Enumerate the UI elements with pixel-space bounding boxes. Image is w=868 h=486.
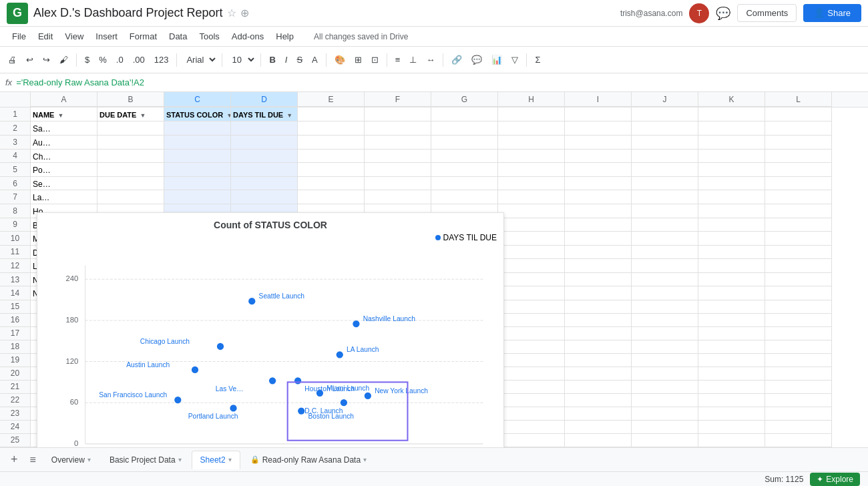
- cell-d5[interactable]: [231, 163, 298, 177]
- col-header-c[interactable]: C: [164, 92, 231, 107]
- menu-addons[interactable]: Add-ons: [226, 29, 269, 44]
- cell-i2[interactable]: [565, 121, 632, 136]
- menu-insert[interactable]: Insert: [90, 29, 123, 44]
- cell-i12[interactable]: [565, 259, 632, 273]
- explore-button[interactable]: ✦ Explore: [810, 473, 860, 486]
- cell-b7[interactable]: [97, 190, 164, 204]
- cell-l2[interactable]: [765, 121, 832, 136]
- cell-d7[interactable]: [231, 190, 298, 204]
- bold-button[interactable]: B: [265, 52, 279, 67]
- filter-button[interactable]: ▽: [507, 52, 522, 67]
- cell-i9[interactable]: [565, 218, 632, 232]
- cell-g7[interactable]: [431, 190, 498, 204]
- cell-c6[interactable]: [164, 177, 231, 191]
- chart-button[interactable]: 📊: [487, 52, 506, 67]
- cell-k1[interactable]: [698, 107, 765, 121]
- menu-help[interactable]: Help: [270, 29, 299, 44]
- tab-basic-project-data[interactable]: Basic Project Data ▾: [101, 451, 190, 469]
- cell-b5[interactable]: [97, 163, 164, 177]
- cell-i6[interactable]: [565, 177, 632, 191]
- cell-l5[interactable]: [765, 163, 832, 177]
- cell-d1[interactable]: DAYS TIL DUE ▼: [231, 107, 298, 121]
- cell-a7[interactable]: La…: [31, 190, 97, 204]
- link-button[interactable]: 🔗: [447, 52, 466, 67]
- cell-a2[interactable]: Sa…: [31, 121, 97, 136]
- cell-i4[interactable]: [565, 150, 632, 164]
- paint-format-button[interactable]: 🖌: [55, 52, 72, 67]
- row-num[interactable]: 9: [0, 218, 31, 232]
- star-icon[interactable]: ☆: [227, 7, 236, 19]
- cell-k10[interactable]: [698, 232, 765, 246]
- cell-j2[interactable]: [632, 121, 698, 136]
- cell-e3[interactable]: [298, 136, 365, 150]
- cell-l1[interactable]: [765, 107, 832, 121]
- cell-c4[interactable]: [164, 150, 231, 164]
- cell-l6[interactable]: [765, 177, 832, 191]
- cell-j11[interactable]: [632, 246, 698, 260]
- cell-h14[interactable]: [498, 286, 565, 300]
- row-num[interactable]: 13: [0, 273, 31, 287]
- col-header-k[interactable]: K: [698, 92, 765, 107]
- col-header-d[interactable]: D: [231, 92, 298, 107]
- comment-button[interactable]: 💬: [467, 52, 486, 67]
- cell-j1[interactable]: [632, 107, 698, 121]
- cell-d4[interactable]: [231, 150, 298, 164]
- col-header-e[interactable]: E: [298, 92, 365, 107]
- cell-k3[interactable]: [698, 136, 765, 150]
- cell-i3[interactable]: [565, 136, 632, 150]
- font-size-select[interactable]: 10: [226, 53, 256, 67]
- cell-c3[interactable]: [164, 136, 231, 150]
- cell-a6[interactable]: Se…: [31, 177, 97, 191]
- cell-g5[interactable]: [431, 163, 498, 177]
- cell-i8[interactable]: [565, 204, 632, 218]
- cell-f1[interactable]: [365, 107, 431, 121]
- cell-j3[interactable]: [632, 136, 698, 150]
- fill-color-button[interactable]: 🎨: [331, 52, 349, 67]
- cell-a4[interactable]: Ch…: [31, 150, 97, 164]
- cell-b3[interactable]: [97, 136, 164, 150]
- cell-g1[interactable]: [431, 107, 498, 121]
- cell-e4[interactable]: [298, 150, 365, 164]
- col-header-j[interactable]: J: [632, 92, 698, 107]
- cell-l3[interactable]: [765, 136, 832, 150]
- cell-j4[interactable]: [632, 150, 698, 164]
- cell-d2[interactable]: [231, 121, 298, 136]
- cell-f5[interactable]: [365, 163, 431, 177]
- cell-k12[interactable]: [698, 259, 765, 273]
- cell-j8[interactable]: [632, 204, 698, 218]
- tab-readonly-raw[interactable]: 🔒 Read-only Raw Asana Data ▾: [242, 451, 375, 469]
- cell-h3[interactable]: [498, 136, 565, 150]
- cell-e2[interactable]: [298, 121, 365, 136]
- col-header-a[interactable]: A: [31, 92, 97, 107]
- cell-e6[interactable]: [298, 177, 365, 191]
- cell-h1[interactable]: [498, 107, 565, 121]
- menu-view[interactable]: View: [59, 29, 89, 44]
- cell-f2[interactable]: [365, 121, 431, 136]
- cell-f4[interactable]: [365, 150, 431, 164]
- cell-g6[interactable]: [431, 177, 498, 191]
- cell-i11[interactable]: [565, 246, 632, 260]
- sheet-menu-button[interactable]: ≡: [25, 451, 41, 469]
- cell-k7[interactable]: [698, 190, 765, 204]
- cell-l13[interactable]: [765, 273, 832, 287]
- cell-k9[interactable]: [698, 218, 765, 232]
- add-sheet-button[interactable]: +: [5, 450, 23, 469]
- col-header-b[interactable]: B: [97, 92, 164, 107]
- cell-k5[interactable]: [698, 163, 765, 177]
- menu-edit[interactable]: Edit: [33, 29, 58, 44]
- menu-file[interactable]: File: [7, 29, 31, 44]
- cell-h5[interactable]: [498, 163, 565, 177]
- menu-tools[interactable]: Tools: [194, 29, 224, 44]
- functions-button[interactable]: Σ: [531, 52, 544, 67]
- row-num[interactable]: 6: [0, 177, 31, 191]
- align-left-button[interactable]: ≡: [391, 52, 405, 67]
- cell-j13[interactable]: [632, 273, 698, 287]
- cell-k2[interactable]: [698, 121, 765, 136]
- cell-l7[interactable]: [765, 190, 832, 204]
- text-color-button[interactable]: A: [308, 52, 322, 67]
- cell-l12[interactable]: [765, 259, 832, 273]
- cell-c1[interactable]: STATUS COLOR ▼: [164, 107, 231, 121]
- cell-h2[interactable]: [498, 121, 565, 136]
- font-family-select[interactable]: Arial: [181, 53, 218, 67]
- cell-i1[interactable]: [565, 107, 632, 121]
